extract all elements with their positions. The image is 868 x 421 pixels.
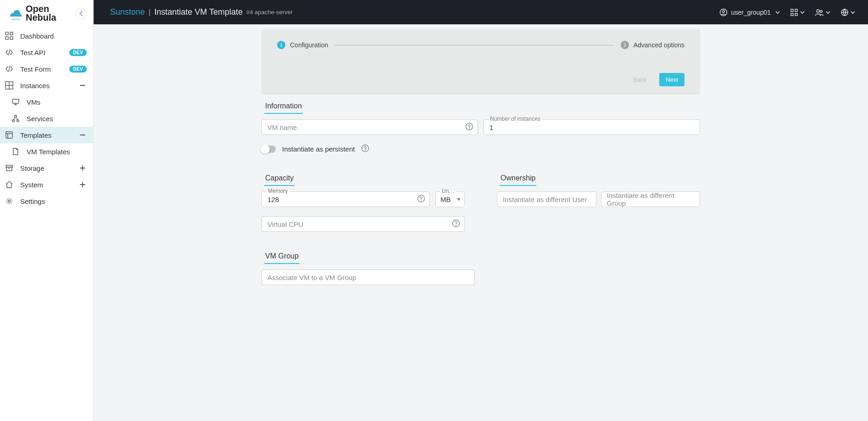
vm-name-input[interactable] [262, 119, 478, 135]
step-row: 1 Configuration 2 Advanced options [277, 41, 684, 49]
section-capacity: Capacity Memory Un… [262, 174, 465, 232]
sidebar-item-label: VM Templates [27, 148, 87, 156]
section-information: Information Number of instances [262, 102, 700, 154]
user-icon [719, 8, 728, 17]
sidebar-item-test-form[interactable]: Test Form DEV [0, 61, 93, 77]
sidebar-item-label: System [20, 181, 78, 189]
help-icon[interactable] [465, 123, 473, 132]
vcpu-input[interactable] [262, 216, 465, 232]
vmgroup-select[interactable]: Associate VM to a VM Group [262, 269, 475, 285]
sidebar-item-label: Services [27, 115, 87, 123]
page-title: Instantiate VM Template [154, 7, 243, 17]
svg-point-29 [456, 225, 456, 226]
dev-badge: DEV [69, 66, 87, 73]
field-label: Number of instances [488, 116, 542, 122]
main: Sunstone | Instantiate VM Template #4 ap… [94, 0, 868, 421]
chevron-down-icon [800, 10, 805, 15]
unit-value: MB [440, 196, 451, 203]
svg-point-23 [469, 128, 470, 129]
code-icon [5, 64, 14, 73]
sidebar-item-label: Test Form [20, 65, 69, 73]
svg-point-8 [17, 120, 19, 122]
app-name: Sunstone [110, 7, 145, 17]
svg-rect-3 [10, 37, 13, 39]
templates-icon [5, 130, 14, 140]
select-placeholder: Instantiate as different Group [607, 191, 695, 207]
sidebar: Open Nebula Dashboard Test API DEV [0, 0, 94, 421]
svg-point-27 [421, 200, 422, 201]
sidebar-item-vm-templates[interactable]: VM Templates [0, 143, 93, 160]
sidebar-item-label: Test API [20, 49, 69, 56]
help-icon[interactable] [417, 195, 425, 204]
sidebar-collapse-button[interactable] [76, 8, 87, 19]
group-switcher[interactable] [815, 8, 830, 17]
sidebar-item-dashboard[interactable]: Dashboard [0, 28, 93, 44]
section-title: VM Group [264, 252, 300, 264]
svg-rect-11 [6, 167, 12, 171]
svg-point-19 [817, 10, 819, 12]
svg-point-25 [365, 150, 366, 151]
logo: Open Nebula [8, 5, 56, 22]
sidebar-item-instances[interactable]: Instances [0, 77, 93, 94]
grid-icon [5, 81, 14, 90]
svg-rect-15 [791, 9, 793, 11]
topbar: Sunstone | Instantiate VM Template #4 ap… [94, 0, 868, 24]
help-icon[interactable] [361, 144, 369, 154]
step-label: Configuration [290, 41, 328, 49]
section-ownership: Ownership Instantiate as different User … [497, 174, 700, 232]
topology-icon [11, 114, 20, 123]
step-advanced[interactable]: 2 Advanced options [621, 41, 684, 49]
step-number: 2 [621, 41, 629, 49]
step-configuration[interactable]: 1 Configuration [277, 41, 328, 49]
field-label: Memory [266, 188, 289, 194]
svg-rect-18 [795, 13, 797, 16]
sidebar-nav: Dashboard Test API DEV Test Form DEV [0, 27, 93, 209]
vm-name-field [262, 119, 478, 135]
sidebar-item-test-api[interactable]: Test API DEV [0, 44, 93, 61]
sidebar-item-label: Instances [20, 82, 78, 90]
logo-block: Open Nebula [0, 0, 93, 27]
template-id: #4 apache-server [246, 9, 293, 16]
sidebar-item-settings[interactable]: Settings [0, 193, 93, 209]
step-connector [334, 45, 614, 45]
unit-field: Un… MB [435, 191, 465, 207]
sidebar-item-services[interactable]: Services [0, 110, 93, 127]
toggle-label: Instantiate as persistent [282, 145, 355, 153]
next-button[interactable]: Next [659, 73, 684, 86]
chevron-down-icon [826, 10, 830, 15]
globe-icon [840, 8, 849, 17]
select-placeholder: Associate VM to a VM Group [267, 274, 356, 281]
persistent-toggle-row: Instantiate as persistent [262, 144, 700, 154]
sidebar-item-label: Storage [20, 164, 78, 172]
zone-switcher[interactable] [840, 8, 855, 17]
sidebar-item-label: Templates [20, 131, 78, 139]
dashboard-icon [5, 31, 14, 40]
svg-point-20 [820, 10, 823, 12]
persistent-toggle[interactable] [262, 146, 276, 153]
svg-point-14 [722, 10, 724, 12]
section-title: Information [264, 102, 303, 114]
user-menu[interactable]: user_group01 [719, 8, 780, 17]
chevron-down-icon [775, 10, 780, 15]
sidebar-item-storage[interactable]: Storage [0, 160, 93, 176]
content: 1 Configuration 2 Advanced options Back … [94, 24, 868, 421]
svg-rect-2 [6, 37, 8, 39]
gear-icon [5, 196, 14, 206]
brand-icon [8, 6, 23, 21]
step-label: Advanced options [634, 41, 684, 49]
view-switcher[interactable] [790, 8, 805, 17]
sidebar-item-vms[interactable]: VMs [0, 94, 93, 110]
section-vmgroup: VM Group Associate VM to a VM Group [262, 252, 700, 285]
page-icon [11, 147, 20, 156]
svg-rect-5 [12, 99, 19, 103]
svg-rect-17 [791, 13, 793, 16]
owner-user-select[interactable]: Instantiate as different User [497, 191, 596, 207]
sidebar-item-system[interactable]: System [0, 176, 93, 193]
owner-group-select[interactable]: Instantiate as different Group [601, 191, 701, 207]
users-icon [815, 8, 824, 17]
help-icon[interactable] [452, 219, 460, 229]
svg-rect-9 [6, 132, 12, 138]
memory-field: Memory [262, 191, 430, 207]
switch-knob [261, 145, 270, 154]
sidebar-item-templates[interactable]: Templates [0, 127, 93, 143]
